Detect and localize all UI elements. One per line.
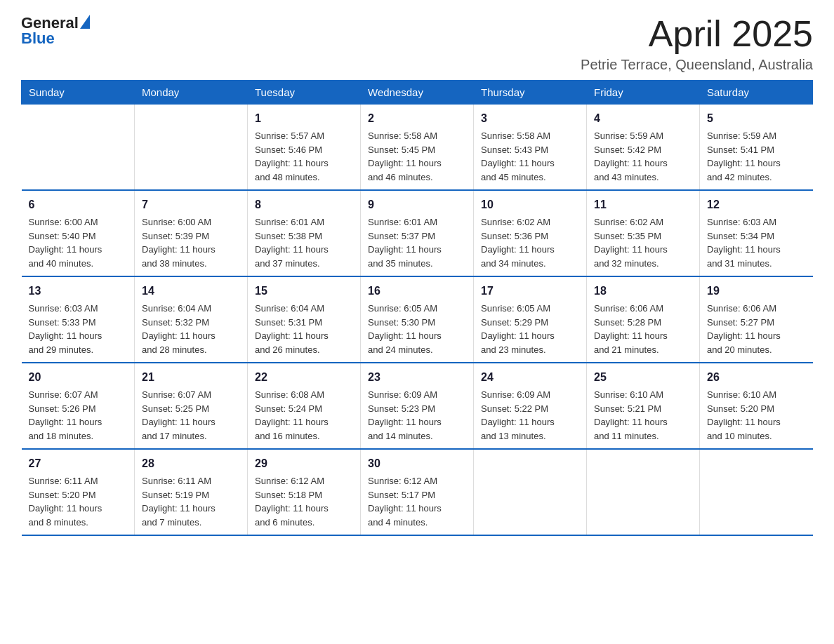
header-day-wednesday: Wednesday <box>361 81 474 105</box>
title-area: April 2025 Petrie Terrace, Queensland, A… <box>581 14 813 73</box>
header-day-monday: Monday <box>135 81 248 105</box>
day-info: Sunrise: 6:09 AM Sunset: 5:23 PM Dayligh… <box>368 388 466 443</box>
day-number: 8 <box>255 196 353 213</box>
day-info: Sunrise: 6:12 AM Sunset: 5:17 PM Dayligh… <box>368 474 466 529</box>
day-number: 13 <box>29 283 128 300</box>
day-info: Sunrise: 6:06 AM Sunset: 5:28 PM Dayligh… <box>594 302 692 356</box>
day-number: 19 <box>707 283 806 300</box>
page-header: General Blue April 2025 Petrie Terrace, … <box>21 14 813 73</box>
calendar-cell <box>587 449 700 535</box>
day-info: Sunrise: 6:04 AM Sunset: 5:31 PM Dayligh… <box>255 302 353 356</box>
calendar-cell <box>474 449 587 535</box>
calendar-header-row: SundayMondayTuesdayWednesdayThursdayFrid… <box>22 81 813 105</box>
calendar-cell: 6Sunrise: 6:00 AM Sunset: 5:40 PM Daylig… <box>22 190 135 276</box>
day-number: 22 <box>255 369 353 386</box>
day-info: Sunrise: 6:11 AM Sunset: 5:19 PM Dayligh… <box>142 474 240 529</box>
header-day-friday: Friday <box>587 81 700 105</box>
day-info: Sunrise: 6:09 AM Sunset: 5:22 PM Dayligh… <box>481 388 579 443</box>
calendar-cell: 24Sunrise: 6:09 AM Sunset: 5:22 PM Dayli… <box>474 363 587 449</box>
day-info: Sunrise: 5:58 AM Sunset: 5:45 PM Dayligh… <box>368 129 466 184</box>
day-info: Sunrise: 6:01 AM Sunset: 5:37 PM Dayligh… <box>368 215 466 270</box>
day-info: Sunrise: 5:59 AM Sunset: 5:42 PM Dayligh… <box>594 129 692 184</box>
day-number: 17 <box>481 283 579 300</box>
day-number: 20 <box>29 369 128 386</box>
day-info: Sunrise: 6:03 AM Sunset: 5:34 PM Dayligh… <box>707 215 806 270</box>
logo-triangle-icon <box>80 15 90 29</box>
day-number: 14 <box>142 283 240 300</box>
calendar-cell: 10Sunrise: 6:02 AM Sunset: 5:36 PM Dayli… <box>474 190 587 276</box>
day-info: Sunrise: 6:07 AM Sunset: 5:25 PM Dayligh… <box>142 388 240 443</box>
calendar-cell: 9Sunrise: 6:01 AM Sunset: 5:37 PM Daylig… <box>361 190 474 276</box>
day-info: Sunrise: 6:11 AM Sunset: 5:20 PM Dayligh… <box>29 474 128 529</box>
calendar-cell: 17Sunrise: 6:05 AM Sunset: 5:29 PM Dayli… <box>474 276 587 363</box>
day-number: 24 <box>481 369 579 386</box>
day-info: Sunrise: 5:58 AM Sunset: 5:43 PM Dayligh… <box>481 129 579 184</box>
day-number: 10 <box>481 196 579 213</box>
calendar-cell: 19Sunrise: 6:06 AM Sunset: 5:27 PM Dayli… <box>700 276 813 363</box>
day-info: Sunrise: 6:00 AM Sunset: 5:40 PM Dayligh… <box>29 215 128 270</box>
day-number: 26 <box>707 369 806 386</box>
header-day-sunday: Sunday <box>22 81 135 105</box>
day-info: Sunrise: 6:00 AM Sunset: 5:39 PM Dayligh… <box>142 215 240 270</box>
day-info: Sunrise: 6:06 AM Sunset: 5:27 PM Dayligh… <box>707 302 806 356</box>
calendar-week-row: 13Sunrise: 6:03 AM Sunset: 5:33 PM Dayli… <box>22 276 813 363</box>
location-subtitle: Petrie Terrace, Queensland, Australia <box>581 57 813 73</box>
calendar-cell: 4Sunrise: 5:59 AM Sunset: 5:42 PM Daylig… <box>587 105 700 191</box>
calendar-week-row: 1Sunrise: 5:57 AM Sunset: 5:46 PM Daylig… <box>22 105 813 191</box>
day-number: 1 <box>255 110 353 127</box>
day-number: 23 <box>368 369 466 386</box>
calendar-cell <box>700 449 813 535</box>
calendar-cell: 1Sunrise: 5:57 AM Sunset: 5:46 PM Daylig… <box>248 105 361 191</box>
day-number: 11 <box>594 196 692 213</box>
calendar-cell: 15Sunrise: 6:04 AM Sunset: 5:31 PM Dayli… <box>248 276 361 363</box>
calendar-cell: 25Sunrise: 6:10 AM Sunset: 5:21 PM Dayli… <box>587 363 700 449</box>
calendar-cell: 3Sunrise: 5:58 AM Sunset: 5:43 PM Daylig… <box>474 105 587 191</box>
day-info: Sunrise: 6:10 AM Sunset: 5:21 PM Dayligh… <box>594 388 692 443</box>
calendar-cell: 26Sunrise: 6:10 AM Sunset: 5:20 PM Dayli… <box>700 363 813 449</box>
calendar-cell: 5Sunrise: 5:59 AM Sunset: 5:41 PM Daylig… <box>700 105 813 191</box>
day-info: Sunrise: 6:12 AM Sunset: 5:18 PM Dayligh… <box>255 474 353 529</box>
day-number: 12 <box>707 196 806 213</box>
day-number: 7 <box>142 196 240 213</box>
day-number: 6 <box>29 196 128 213</box>
day-info: Sunrise: 6:02 AM Sunset: 5:35 PM Dayligh… <box>594 215 692 270</box>
header-day-saturday: Saturday <box>700 81 813 105</box>
calendar-cell: 27Sunrise: 6:11 AM Sunset: 5:20 PM Dayli… <box>22 449 135 535</box>
day-info: Sunrise: 6:03 AM Sunset: 5:33 PM Dayligh… <box>29 302 128 356</box>
calendar-cell: 23Sunrise: 6:09 AM Sunset: 5:23 PM Dayli… <box>361 363 474 449</box>
calendar-cell: 29Sunrise: 6:12 AM Sunset: 5:18 PM Dayli… <box>248 449 361 535</box>
day-info: Sunrise: 6:05 AM Sunset: 5:29 PM Dayligh… <box>481 302 579 356</box>
calendar-cell: 16Sunrise: 6:05 AM Sunset: 5:30 PM Dayli… <box>361 276 474 363</box>
day-info: Sunrise: 6:08 AM Sunset: 5:24 PM Dayligh… <box>255 388 353 443</box>
day-number: 21 <box>142 369 240 386</box>
calendar-cell: 14Sunrise: 6:04 AM Sunset: 5:32 PM Dayli… <box>135 276 248 363</box>
header-day-thursday: Thursday <box>474 81 587 105</box>
day-info: Sunrise: 5:59 AM Sunset: 5:41 PM Dayligh… <box>707 129 806 184</box>
day-info: Sunrise: 5:57 AM Sunset: 5:46 PM Dayligh… <box>255 129 353 184</box>
day-info: Sunrise: 6:05 AM Sunset: 5:30 PM Dayligh… <box>368 302 466 356</box>
day-number: 18 <box>594 283 692 300</box>
day-number: 28 <box>142 455 240 472</box>
day-number: 15 <box>255 283 353 300</box>
calendar-cell: 21Sunrise: 6:07 AM Sunset: 5:25 PM Dayli… <box>135 363 248 449</box>
day-number: 29 <box>255 455 353 472</box>
calendar-week-row: 6Sunrise: 6:00 AM Sunset: 5:40 PM Daylig… <box>22 190 813 276</box>
calendar-cell: 7Sunrise: 6:00 AM Sunset: 5:39 PM Daylig… <box>135 190 248 276</box>
calendar-cell: 11Sunrise: 6:02 AM Sunset: 5:35 PM Dayli… <box>587 190 700 276</box>
day-number: 4 <box>594 110 692 127</box>
calendar-cell: 12Sunrise: 6:03 AM Sunset: 5:34 PM Dayli… <box>700 190 813 276</box>
calendar-cell: 22Sunrise: 6:08 AM Sunset: 5:24 PM Dayli… <box>248 363 361 449</box>
day-number: 27 <box>29 455 128 472</box>
header-day-tuesday: Tuesday <box>248 81 361 105</box>
day-info: Sunrise: 6:07 AM Sunset: 5:26 PM Dayligh… <box>29 388 128 443</box>
day-number: 2 <box>368 110 466 127</box>
day-number: 25 <box>594 369 692 386</box>
day-number: 16 <box>368 283 466 300</box>
logo-blue-text: Blue <box>21 29 55 48</box>
calendar-cell <box>22 105 135 191</box>
calendar-cell: 30Sunrise: 6:12 AM Sunset: 5:17 PM Dayli… <box>361 449 474 535</box>
calendar-week-row: 20Sunrise: 6:07 AM Sunset: 5:26 PM Dayli… <box>22 363 813 449</box>
day-info: Sunrise: 6:04 AM Sunset: 5:32 PM Dayligh… <box>142 302 240 356</box>
calendar-cell: 20Sunrise: 6:07 AM Sunset: 5:26 PM Dayli… <box>22 363 135 449</box>
day-number: 5 <box>707 110 806 127</box>
